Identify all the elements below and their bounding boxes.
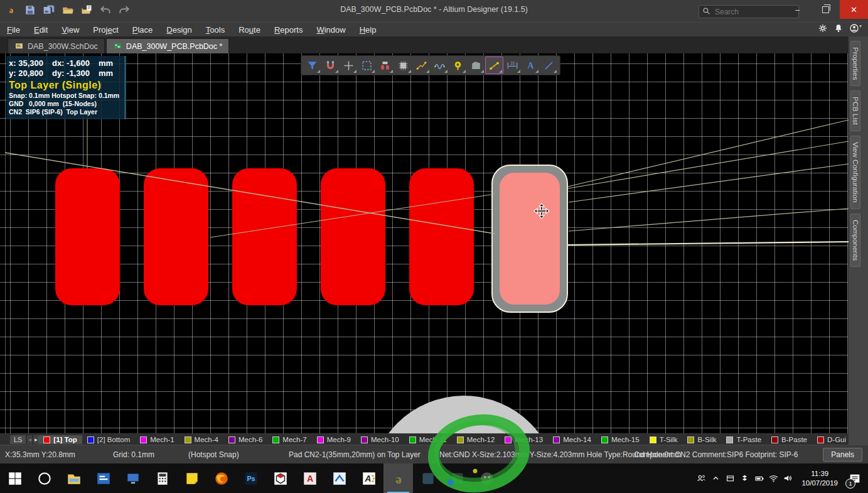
doc-tab-pcb[interactable]: DAB_300W_PCB.PcbDoc * (106, 38, 230, 53)
action-center-button[interactable]: 1 (844, 463, 865, 493)
layer-tab-mech-4[interactable]: Mech-4 (179, 435, 223, 444)
layer-scroll-right[interactable]: ► (33, 435, 38, 444)
taskbar-altium-designer[interactable]: ə (383, 463, 413, 493)
taskbar-photoshop[interactable]: Ps (236, 463, 265, 493)
taskbar-blue-tool-app[interactable] (324, 463, 354, 493)
save-button[interactable] (23, 3, 38, 18)
restore-button[interactable] (812, 0, 840, 19)
menu-route[interactable]: Route (232, 24, 267, 36)
snapping-tool[interactable] (321, 57, 340, 74)
undo-button[interactable] (98, 3, 113, 18)
layer-tab-mech-7[interactable]: Mech-7 (267, 435, 311, 444)
filter-tool[interactable] (303, 57, 321, 74)
layer-tab-mech-6[interactable]: Mech-6 (223, 435, 267, 444)
layer-tab-mech-15[interactable]: Mech-15 (596, 435, 645, 444)
tray-tray-box[interactable] (723, 463, 737, 493)
taskbar-dark-app[interactable] (472, 463, 501, 493)
pcb-canvas[interactable]: x: 35,300dx: -1,600mm y: 20,800dy: -1,30… (0, 53, 849, 433)
open-button[interactable] (60, 3, 75, 18)
menu-help[interactable]: Help (353, 24, 383, 36)
taskbar-hidden-app-2[interactable] (442, 463, 472, 493)
taskbar-autocad[interactable]: A (295, 463, 324, 493)
layer-tab-mech-11[interactable]: Mech-11 (404, 435, 452, 444)
pad-cn2-4[interactable] (321, 168, 385, 305)
save-all-button[interactable] (41, 3, 56, 18)
menu-file[interactable]: File (0, 24, 27, 36)
account-button[interactable]: ▾ (849, 23, 862, 36)
menu-design[interactable]: Design (159, 24, 198, 36)
pad-cn2-selected[interactable] (491, 165, 568, 313)
doc-tab-schematic[interactable]: DAB_300W.SchDoc (8, 38, 105, 53)
altium-logo-button[interactable]: ə (4, 3, 19, 18)
menu-tools[interactable]: Tools (199, 24, 232, 36)
taskbar-remote-desktop[interactable] (118, 463, 147, 493)
layer-tab-mech-1[interactable]: Mech-1 (135, 435, 179, 444)
track-tool[interactable] (485, 57, 503, 74)
layer-tab-2-bottom[interactable]: [2] Bottom (82, 435, 135, 444)
pad-cn2-1[interactable] (55, 168, 120, 305)
taskbar-cortana[interactable] (29, 463, 59, 493)
tray-people[interactable] (694, 463, 709, 493)
tune-tool[interactable] (431, 57, 449, 74)
layer-tab-b-silk[interactable]: B-Silk (682, 435, 721, 444)
menu-project[interactable]: Project (86, 24, 125, 36)
taskbar-firefox[interactable] (206, 463, 236, 493)
menu-place[interactable]: Place (126, 24, 160, 36)
taskbar-3d-builder[interactable] (265, 463, 295, 493)
tray-wifi[interactable] (766, 463, 781, 493)
panel-tab-view-configuration[interactable]: View Configuration (850, 136, 860, 209)
layer-tab-mech-9[interactable]: Mech-9 (312, 435, 356, 444)
taskbar-altium-365[interactable]: A (354, 463, 383, 493)
dimension-tool[interactable]: 10 (503, 57, 522, 74)
open-document-button[interactable] (79, 3, 94, 18)
layer-scroll-left[interactable]: ◄ (27, 435, 32, 444)
pad-cn2-5[interactable] (409, 168, 474, 305)
taskbar-hidden-app-1[interactable] (413, 463, 442, 493)
search-input[interactable] (714, 7, 785, 17)
notifications-button[interactable] (833, 23, 844, 36)
pad-cn2-3[interactable] (232, 168, 297, 305)
component-tool[interactable] (394, 57, 412, 74)
settings-button[interactable] (818, 23, 828, 36)
layer-tab-1-top[interactable]: [1] Top (38, 435, 82, 444)
menu-reports[interactable]: Reports (267, 24, 310, 36)
move-tool[interactable] (340, 57, 358, 74)
taskbar-blue-document-app[interactable] (88, 463, 118, 493)
layer-tab-mech-13[interactable]: Mech-13 (500, 435, 548, 444)
tray-volume[interactable] (781, 463, 795, 493)
panel-tab-pcb-list[interactable]: PCB List (850, 90, 860, 131)
layer-tab-t-paste[interactable]: T-Paste (721, 435, 766, 444)
select-tool[interactable] (358, 57, 376, 74)
polygon-tool[interactable] (467, 57, 485, 74)
large-round-pad-arc[interactable] (370, 396, 558, 433)
taskbar-calculator[interactable] (147, 463, 177, 493)
taskbar-clock[interactable]: 11:39 10/07/2019 (797, 469, 842, 488)
panel-tab-properties[interactable]: Properties (850, 41, 860, 86)
layer-tab-d-gui[interactable]: D-Gui (812, 435, 849, 444)
pad-cn2-2[interactable] (144, 168, 208, 305)
tray-battery[interactable] (752, 463, 766, 493)
pad-tool[interactable] (376, 57, 394, 74)
minimize-button[interactable]: – (783, 0, 812, 19)
taskbar-sticky-notes[interactable] (177, 463, 206, 493)
tray-dropbox[interactable] (737, 463, 752, 493)
redo-button[interactable] (117, 3, 132, 18)
taskbar-file-explorer[interactable] (59, 463, 88, 493)
text-tool[interactable]: A (522, 57, 540, 74)
route-tool[interactable] (412, 57, 431, 74)
tray-chevron-up[interactable] (709, 463, 723, 493)
layer-tab-mech-14[interactable]: Mech-14 (548, 435, 596, 444)
menu-window[interactable]: Window (309, 24, 352, 36)
panels-button[interactable]: Panels (823, 448, 862, 462)
panel-tab-components[interactable]: Components (850, 214, 860, 267)
via-tool[interactable] (449, 57, 467, 74)
layer-set-label[interactable]: LS (10, 435, 26, 444)
layer-tab-mech-12[interactable]: Mech-12 (452, 435, 500, 444)
layer-tab-mech-10[interactable]: Mech-10 (356, 435, 404, 444)
line-tool[interactable] (540, 57, 558, 74)
taskbar-start[interactable] (0, 463, 29, 493)
layer-tab-b-paste[interactable]: B-Paste (766, 435, 812, 444)
layer-tab-t-silk[interactable]: T-Silk (645, 435, 683, 444)
menu-edit[interactable]: Edit (27, 24, 55, 36)
menu-view[interactable]: View (55, 24, 86, 36)
